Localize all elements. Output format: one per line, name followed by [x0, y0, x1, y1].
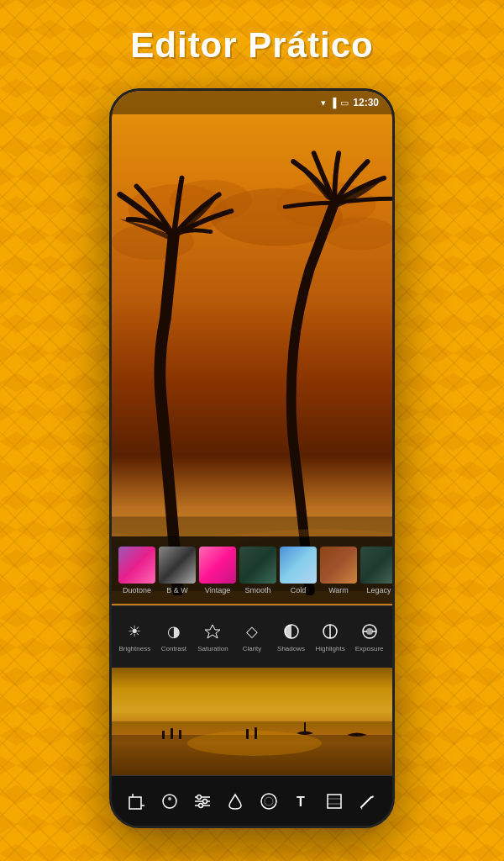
action-adjust[interactable]: [189, 788, 216, 815]
svg-rect-17: [171, 728, 173, 739]
highlights-label: Highlights: [316, 645, 345, 652]
svg-point-30: [197, 795, 202, 799]
svg-rect-16: [162, 731, 165, 739]
filter-thumb-cold: [280, 547, 317, 584]
svg-point-31: [203, 799, 207, 803]
shadows-label: Shadows: [277, 645, 305, 652]
tool-contrast[interactable]: ◑ Contrast: [157, 621, 191, 652]
shadows-icon: [281, 621, 302, 642]
clarity-icon: ◇: [241, 621, 263, 642]
action-overlay[interactable]: [321, 788, 348, 815]
action-brush[interactable]: [354, 788, 381, 815]
svg-rect-21: [304, 722, 306, 733]
bottom-toolbar: ☀ Brightness ◑ Contrast Saturation ◇ Cla…: [112, 605, 392, 666]
svg-line-39: [361, 797, 371, 807]
svg-rect-20: [255, 727, 257, 739]
filter-item-cold[interactable]: Cold: [280, 547, 317, 594]
brightness-label: Brightness: [118, 645, 150, 652]
highlights-icon: [319, 621, 341, 642]
svg-point-25: [163, 795, 176, 808]
filter-item-vintage[interactable]: Vintage: [199, 547, 236, 594]
filter-label-smooth: Smooth: [244, 586, 270, 594]
svg-point-32: [199, 803, 203, 807]
clarity-label: Clarity: [243, 645, 262, 652]
svg-rect-36: [328, 795, 341, 808]
tool-shadows[interactable]: Shadows: [275, 621, 308, 652]
wifi-icon: ▾: [321, 98, 326, 108]
filter-item-bw[interactable]: B & W: [159, 547, 196, 594]
filter-label-cold: Cold: [291, 586, 307, 594]
tool-highlights[interactable]: Highlights: [313, 621, 347, 652]
bottom-action-bar: T: [112, 775, 392, 826]
svg-text:T: T: [297, 795, 305, 809]
filter-label-warm: Warm: [328, 586, 349, 594]
saturation-icon: [202, 621, 223, 642]
battery-icon: ▭: [340, 98, 349, 108]
app-title: Editor Prático: [0, 25, 504, 66]
svg-rect-19: [246, 729, 249, 739]
filter-thumb-bw: [159, 547, 196, 584]
filter-label-vintage: Vintage: [205, 586, 230, 594]
tool-brightness[interactable]: ☀ Brightness: [118, 621, 151, 652]
filter-label-bw: B & W: [166, 586, 188, 594]
filter-item-duotone[interactable]: Duotone: [118, 547, 155, 594]
svg-rect-22: [129, 797, 141, 809]
status-icons: ▾ ▐ ▭ 12:30: [321, 97, 380, 108]
action-drop[interactable]: [222, 788, 249, 815]
tool-exposure[interactable]: Exposure: [353, 621, 386, 652]
photo-area: [112, 91, 392, 612]
svg-point-34: [265, 797, 273, 806]
filter-thumb-warm: [320, 547, 357, 584]
brightness-icon: ☀: [123, 621, 145, 642]
filter-thumb-legacy: [360, 547, 392, 584]
filter-label-legacy: Legacy: [366, 586, 391, 594]
exposure-label: Exposure: [355, 645, 384, 652]
svg-point-11: [366, 628, 373, 635]
action-crop[interactable]: [123, 788, 150, 815]
phone-screen: ▾ ▐ ▭ 12:30: [112, 91, 392, 826]
tool-saturation[interactable]: Saturation: [196, 621, 229, 652]
beach-area: [112, 668, 392, 775]
palms-svg: [112, 108, 392, 595]
action-text[interactable]: T: [288, 788, 315, 815]
filter-thumb-duotone: [118, 547, 155, 584]
filter-label-duotone: Duotone: [123, 586, 151, 594]
filter-thumb-smooth: [239, 547, 276, 584]
status-time: 12:30: [353, 97, 379, 108]
beach-svg: [112, 668, 392, 775]
svg-point-26: [168, 797, 171, 800]
contrast-label: Contrast: [161, 645, 186, 652]
action-color[interactable]: [156, 788, 183, 815]
saturation-label: Saturation: [197, 645, 228, 652]
filter-thumb-vintage: [199, 547, 236, 584]
contrast-icon: ◑: [163, 621, 185, 642]
signal-icon: ▐: [330, 98, 337, 108]
filter-item-warm[interactable]: Warm: [320, 547, 357, 594]
tool-clarity[interactable]: ◇ Clarity: [235, 621, 269, 652]
phone-frame: ▾ ▐ ▭ 12:30: [109, 88, 395, 828]
status-bar: ▾ ▐ ▭ 12:30: [112, 91, 392, 114]
filter-item-smooth[interactable]: Smooth: [239, 547, 276, 594]
action-vignette[interactable]: [255, 788, 282, 815]
exposure-icon: [359, 621, 381, 642]
svg-point-33: [261, 794, 276, 809]
filter-item-legacy[interactable]: Legacy: [360, 547, 392, 594]
filter-strip: Duotone B & W Vintage Smooth Cold Warm: [112, 536, 392, 604]
svg-rect-18: [179, 730, 181, 739]
